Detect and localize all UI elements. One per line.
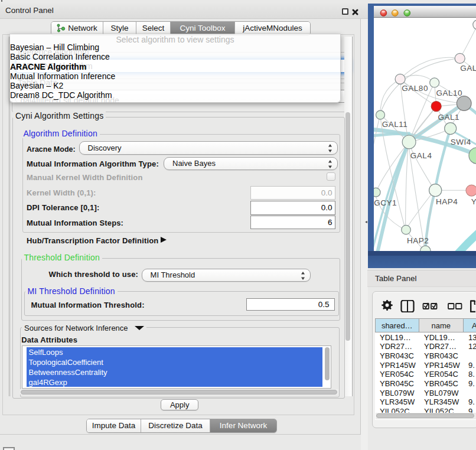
svg-text:GAL11: GAL11 [382, 120, 407, 129]
svg-text:HAP2: HAP2 [407, 237, 429, 246]
svg-text:GAL4: GAL4 [410, 151, 432, 160]
svg-text:HAP4: HAP4 [436, 197, 458, 206]
svg-text:GCY1: GCY1 [374, 198, 397, 207]
svg-text:GAL1: GAL1 [438, 113, 459, 122]
svg-text:SWI4: SWI4 [450, 138, 471, 146]
svg-text:YJ: YJ [471, 197, 476, 206]
svg-text:GAL80: GAL80 [402, 84, 428, 93]
svg-text:GAL7: GAL7 [460, 64, 476, 73]
svg-text:GAL10: GAL10 [436, 89, 462, 97]
